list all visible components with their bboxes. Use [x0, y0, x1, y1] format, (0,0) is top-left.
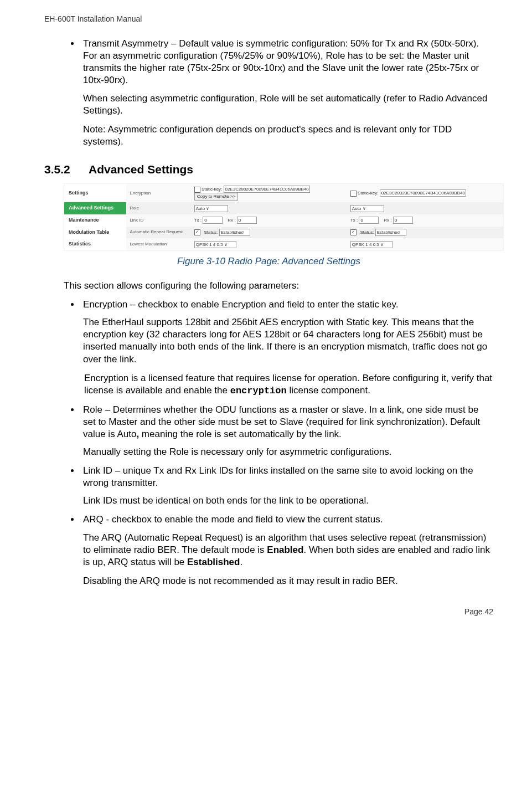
role-select[interactable]: Auto ∨ [350, 205, 384, 212]
paragraph: Note: Asymmetric configuration depends o… [83, 124, 493, 148]
text: license component. [287, 385, 370, 396]
bottom-bullet-list: Link ID – unique Tx and Rx Link IDs for … [44, 465, 493, 489]
bottom-bullet-list: Role – Determines whether the ODU functi… [44, 404, 493, 440]
static-key-input[interactable]: 02E3C28020E70090E74B41C06A89BB40 [380, 189, 466, 197]
linkid-remote: Tx : 0 Rx : 0 [347, 214, 504, 227]
sidebar-item-advanced-settings[interactable]: Advanced Settings [64, 202, 127, 214]
code-text: encryption [230, 386, 287, 396]
modulation-select[interactable]: QPSK 1 4 0.5 ∨ [350, 241, 392, 248]
paragraph: Disabling the ARQ mode is not recommende… [83, 575, 493, 587]
sidebar-item-maintenance[interactable]: Maintenance [64, 214, 127, 227]
static-key-input[interactable]: 02E3C28020E70090E74B41C06A89BB40 [224, 186, 310, 193]
section-title: Advanced Settings [89, 162, 193, 177]
checkbox[interactable]: ✓ [350, 229, 357, 235]
field-label: Role [126, 202, 190, 214]
section-heading: 3.5.2 Advanced Settings [44, 162, 493, 177]
paragraph: The EtherHaul supports 128bit and 256bit… [83, 316, 493, 365]
copy-to-remote-button[interactable]: Copy to Remote >> [194, 193, 238, 201]
page-footer: Page 42 [44, 607, 493, 617]
bullet-text: Role – Determines whether the ODU functi… [83, 404, 480, 439]
figure-screenshot: Settings Encryption Static-key: 02E3C280… [64, 183, 504, 251]
static-key-label: Static-key: [202, 187, 222, 192]
checkbox[interactable] [350, 191, 357, 197]
linkid-local: Tx : 0 Rx : 0 [191, 214, 347, 227]
doc-header: EH-600T Installation Manual [44, 14, 493, 24]
arq-status: Established [219, 229, 250, 236]
paragraph: Manually setting the Role is necessary o… [83, 446, 493, 458]
list-item: ARQ - checkbox to enable the mode and fi… [80, 514, 493, 526]
bullet-text: Encryption – checkbox to enable Encrypti… [83, 299, 399, 310]
tx-input[interactable]: 0 [203, 217, 223, 224]
figure-caption: Figure 3-10 Radio Page: Advanced Setting… [44, 255, 493, 268]
paragraph: When selecting asymmetric configuration,… [83, 93, 493, 117]
encryption-local: Static-key: 02E3C28020E70090E74B41C06A89… [191, 184, 347, 203]
arq-status: Established [375, 229, 406, 236]
field-label: Encryption [126, 184, 190, 203]
list-item: Transmit Asymmetry – Default value is sy… [80, 38, 493, 86]
bullet-text: ARQ - checkbox to enable the mode and fi… [83, 514, 383, 525]
bullet-text: Link ID – unique Tx and Rx Link IDs for … [83, 465, 473, 488]
encryption-remote: Static-key: 02E3C28020E70090E74B41C06A89… [347, 184, 504, 203]
list-item: Encryption – checkbox to enable Encrypti… [80, 299, 493, 311]
sidebar-item-settings[interactable]: Settings [64, 184, 127, 203]
sidebar-item-modulation-table[interactable]: Modulation Table [64, 227, 127, 239]
rx-input[interactable]: 0 [393, 217, 413, 224]
list-item: Link ID – unique Tx and Rx Link IDs for … [80, 465, 493, 489]
paragraph: The ARQ (Automatic Repeat Request) is an… [83, 532, 493, 568]
field-label: Lowest Modulation [126, 238, 190, 250]
field-label: Link ID [126, 214, 190, 227]
bottom-bullet-list: Encryption – checkbox to enable Encrypti… [44, 299, 493, 311]
static-key-label: Static-key: [358, 191, 378, 196]
paragraph: Encryption is a licensed feature that re… [84, 372, 493, 397]
tx-input[interactable]: 0 [359, 217, 379, 224]
list-item: Role – Determines whether the ODU functi… [80, 404, 493, 440]
paragraph: Link IDs must be identical on both ends … [83, 495, 493, 507]
paragraph: This section allows configuring the foll… [64, 280, 493, 292]
checkbox[interactable] [194, 187, 200, 193]
section-number: 3.5.2 [44, 162, 89, 177]
rx-input[interactable]: 0 [237, 217, 257, 224]
top-bullet-list: Transmit Asymmetry – Default value is sy… [44, 38, 493, 86]
checkbox[interactable]: ✓ [194, 229, 200, 235]
role-select[interactable]: Auto ∨ [194, 205, 228, 212]
sidebar-item-statistics[interactable]: Statistics [64, 238, 127, 250]
bullet-text: Transmit Asymmetry – Default value is sy… [83, 38, 479, 85]
bottom-bullet-list: ARQ - checkbox to enable the mode and fi… [44, 514, 493, 526]
field-label: Automatic Repeat Request [126, 227, 190, 239]
modulation-select[interactable]: QPSK 1 4 0.5 ∨ [194, 241, 236, 248]
